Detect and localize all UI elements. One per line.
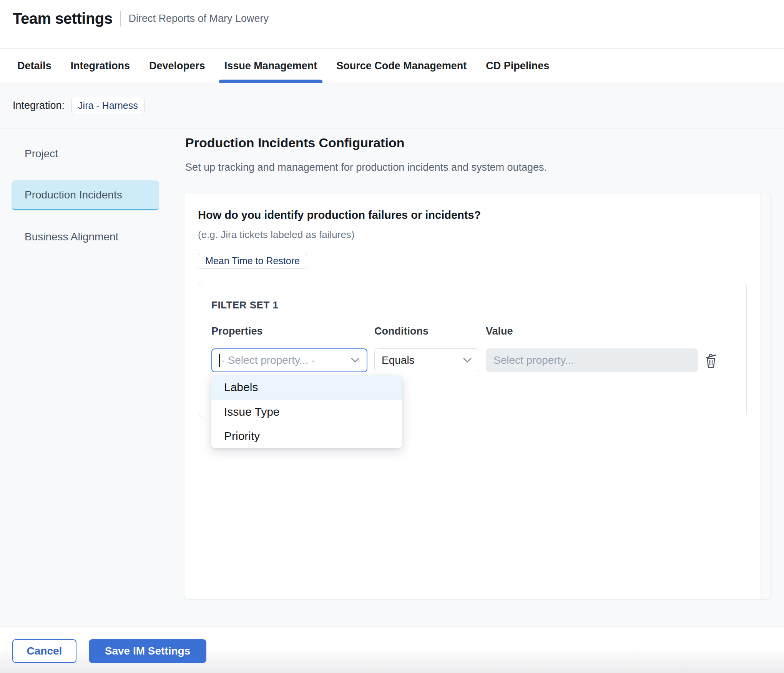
header-divider [120, 11, 121, 27]
integration-row: Integration: Jira - Harness [0, 83, 784, 128]
condition-select[interactable]: Equals [374, 348, 479, 372]
tab-bar: Details Integrations Developers Issue Ma… [0, 48, 784, 83]
question-hint: (e.g. Jira tickets labeled as failures) [198, 229, 355, 241]
page-subtitle: Direct Reports of Mary Lowery [129, 13, 269, 25]
cancel-button[interactable]: Cancel [12, 639, 76, 663]
save-im-settings-button[interactable]: Save IM Settings [89, 639, 206, 663]
sidebar-divider [172, 128, 172, 626]
page-title: Team settings [13, 10, 113, 27]
property-select[interactable]: - Select property... - [211, 348, 367, 372]
text-cursor [219, 354, 220, 367]
property-select-placeholder: - Select property... - [221, 354, 315, 366]
sidebar-item-production-incidents[interactable]: Production Incidents [12, 180, 159, 210]
properties-column-label: Properties [211, 325, 263, 337]
card-scrollbar-track[interactable] [761, 193, 771, 599]
chevron-down-icon [350, 357, 360, 363]
dropdown-option-labels[interactable]: Labels [211, 375, 402, 400]
value-column-label: Value [486, 325, 513, 337]
trash-icon [704, 353, 718, 369]
tab-source-code-management[interactable]: Source Code Management [336, 49, 467, 83]
mean-time-to-restore-chip[interactable]: Mean Time to Restore [198, 253, 307, 269]
conditions-column-label: Conditions [374, 325, 429, 337]
filter-set-title: FILTER SET 1 [211, 299, 279, 311]
footer-bar: Cancel Save IM Settings [0, 626, 784, 673]
dropdown-option-issue-type[interactable]: Issue Type [211, 400, 402, 424]
integration-label: Integration: [13, 100, 65, 112]
team-settings-page: Team settings Direct Reports of Mary Low… [0, 0, 784, 673]
page-header: Team settings Direct Reports of Mary Low… [13, 10, 269, 27]
tab-details[interactable]: Details [17, 49, 51, 83]
section-title: Production Incidents Configuration [185, 135, 404, 150]
sidebar-item-business-alignment[interactable]: Business Alignment [12, 222, 159, 252]
tab-cd-pipelines[interactable]: CD Pipelines [486, 49, 549, 83]
integration-chip[interactable]: Jira - Harness [71, 97, 145, 114]
chevron-down-icon [463, 357, 472, 363]
value-input[interactable] [486, 348, 698, 372]
tab-developers[interactable]: Developers [149, 49, 205, 83]
delete-filter-button[interactable] [702, 351, 720, 370]
question-heading: How do you identify production failures … [198, 209, 481, 222]
sidebar-item-project[interactable]: Project [12, 139, 159, 169]
property-dropdown-menu: Labels Issue Type Priority [211, 375, 402, 448]
tab-issue-management[interactable]: Issue Management [224, 49, 317, 83]
condition-select-value: Equals [382, 354, 415, 366]
tab-integrations[interactable]: Integrations [71, 49, 130, 83]
dropdown-option-priority[interactable]: Priority [211, 424, 402, 448]
section-subtitle: Set up tracking and management for produ… [185, 162, 547, 173]
